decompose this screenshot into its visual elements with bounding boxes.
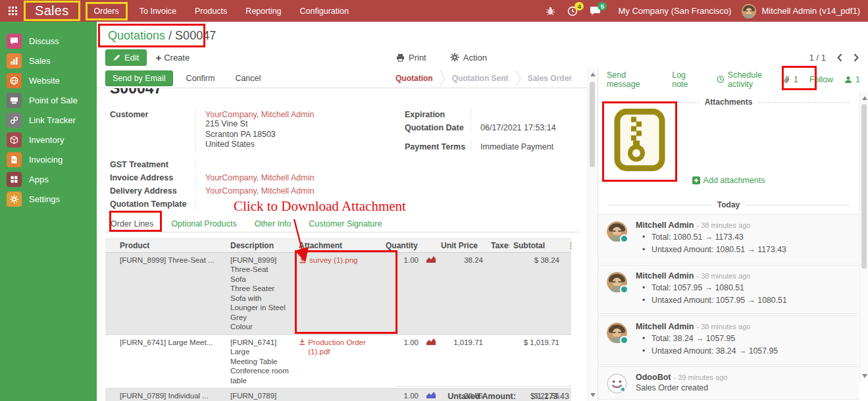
zip-file-icon — [614, 108, 665, 172]
sidebar-item-link-tracker[interactable]: Link Tracker — [0, 110, 97, 130]
messages-bubble-icon[interactable]: 5 — [590, 6, 601, 16]
create-button[interactable]: + Create — [155, 52, 190, 63]
forecast-chart-icon[interactable] — [426, 338, 436, 347]
debug-bug-icon[interactable] — [546, 6, 555, 16]
sidebar-item-inventory[interactable]: Inventory — [0, 130, 97, 149]
cell-quantity: 1.00 — [382, 334, 422, 388]
totals-section: Untaxed Amount: $ 1,173.43 — [396, 386, 571, 401]
print-button[interactable]: Print — [396, 53, 426, 63]
statusbar: Send by Email Confirm Cancel Quotation Q… — [97, 68, 588, 88]
step-separator-icon — [515, 70, 521, 87]
tab-customer-signature[interactable]: Customer Signature — [309, 219, 382, 228]
edit-button[interactable]: Edit — [105, 49, 147, 66]
attachment-count: 1 — [794, 75, 798, 84]
activity-count-badge: 4 — [574, 2, 584, 11]
sidebar-item-point-of-sale[interactable]: Point of Sale — [0, 90, 97, 110]
scrollbar-thumb[interactable] — [861, 104, 867, 269]
message-author[interactable]: Mitchell Admin — [636, 322, 694, 331]
step-quotation-sent[interactable]: Quotation Sent — [446, 74, 515, 83]
customer-link[interactable]: YourCompany, Mitchell Admin — [205, 110, 314, 119]
message-time: - 38 minutes ago — [696, 272, 750, 280]
app-menu-sales[interactable]: Sales — [35, 3, 69, 18]
apps-sidebar: Discuss Sales Website Point of Sale Link… — [0, 22, 97, 401]
log-note-button[interactable]: Log note — [672, 70, 701, 89]
message-author[interactable]: Mitchell Admin — [636, 271, 694, 281]
pager-next-icon[interactable] — [854, 53, 859, 62]
gst-treatment-label: GST Treatment — [110, 159, 195, 171]
toggle-columns-icon[interactable]: ⋮ — [563, 239, 571, 253]
send-message-button[interactable]: Send message — [607, 70, 656, 89]
user-avatar[interactable] — [742, 4, 756, 18]
step-quotation[interactable]: Quotation — [389, 74, 440, 83]
sidebar-item-settings[interactable]: Settings — [0, 189, 97, 209]
sidebar-item-website[interactable]: Website — [0, 70, 97, 90]
sidebar-item-invoicing[interactable]: Invoicing — [0, 149, 97, 169]
menu-orders[interactable]: Orders — [86, 2, 128, 20]
confirm-button[interactable]: Confirm — [179, 70, 222, 86]
pencil-icon — [113, 54, 120, 61]
company-switcher[interactable]: My Company (San Francisco) — [618, 6, 731, 16]
followers-button[interactable]: 1 — [844, 75, 860, 84]
attachment-download-link[interactable]: survey (1).png — [299, 255, 358, 265]
menu-reporting[interactable]: Reporting — [236, 3, 290, 19]
cell-unit-price: 1,019.71 — [437, 334, 487, 388]
delivery-address-label: Delivery Address — [110, 185, 195, 197]
message-avatar — [607, 221, 627, 242]
action-button[interactable]: Action — [450, 53, 487, 63]
delivery-address-link[interactable]: YourCompany, Mitchell Admin — [205, 186, 314, 196]
sidebar-item-sales[interactable]: Sales — [0, 51, 97, 70]
scrollbar-thumb[interactable] — [590, 82, 595, 167]
sidebar-item-apps[interactable]: Apps — [0, 169, 97, 189]
message-author[interactable]: Mitchell Admin — [636, 221, 694, 230]
cell-subtotal: $ 1,019.71 — [509, 334, 563, 388]
plus-icon: + — [155, 52, 161, 63]
attachments-toggle-button[interactable]: 1 — [783, 75, 798, 84]
inventory-box-icon — [7, 132, 22, 147]
tab-other-info[interactable]: Other Info — [255, 219, 292, 228]
step-sales-order[interactable]: Sales Order — [521, 74, 578, 83]
tab-optional-products[interactable]: Optional Products — [171, 219, 236, 228]
message: Mitchell Admin- 38 minutes ago Total: 38… — [598, 315, 859, 365]
menu-to-invoice[interactable]: To Invoice — [130, 3, 186, 19]
download-icon — [299, 338, 305, 346]
order-lines-table: Product Description Attachment Quantity … — [105, 238, 571, 401]
pager-previous-icon[interactable] — [837, 53, 842, 62]
cancel-button[interactable]: Cancel — [228, 70, 268, 86]
attachment-download-link[interactable]: Production Order (1).pdf — [299, 338, 378, 357]
table-row[interactable]: [FURN_6741] Large Meet... [FURN_6741] La… — [105, 334, 571, 388]
chatter-scrollbar[interactable] — [859, 92, 868, 382]
send-by-email-button[interactable]: Send by Email — [105, 70, 173, 86]
table-row[interactable]: [FURN_8999] Three-Seat ... [FURN_8999] T… — [105, 253, 571, 335]
schedule-activity-button[interactable]: Schedule activity — [717, 70, 783, 89]
chatter-toolbar: Send message Log note Schedule activity … — [598, 68, 868, 90]
follow-button[interactable]: Follow — [809, 75, 833, 84]
apps-squares-icon — [7, 172, 22, 187]
menu-products[interactable]: Products — [186, 3, 236, 19]
expiration-label: Expiration — [405, 109, 471, 120]
zip-attachment-thumbnail[interactable] — [614, 108, 665, 172]
col-description: Description — [226, 239, 295, 253]
cell-description: [FURN_0789] Individual Workplace — [226, 388, 295, 401]
cell-taxes — [487, 334, 509, 388]
breadcrumb-quotations-link[interactable]: Quotations — [108, 29, 165, 42]
customer-address: 215 Vine St Scranton PA 18503 United Sta… — [205, 119, 398, 150]
message-time: - 38 minutes ago — [696, 323, 750, 331]
main-scrollbar[interactable] — [588, 68, 596, 401]
user-menu[interactable]: Mitchell Admin (v14_pdf1) — [761, 6, 860, 16]
message-author[interactable]: OdooBot — [636, 373, 671, 382]
sidebar-item-discuss[interactable]: Discuss — [0, 31, 97, 51]
customer-label: Customer — [110, 109, 195, 151]
scroll-down-icon[interactable] — [590, 393, 596, 397]
apps-grid-icon[interactable] — [9, 7, 18, 16]
forecast-chart-icon[interactable] — [426, 255, 436, 265]
add-attachments-button[interactable]: Add attachments — [598, 176, 859, 185]
cell-product: [FURN_8999] Three-Seat ... — [116, 253, 226, 335]
scroll-down-icon[interactable] — [862, 374, 867, 378]
menu-configuration[interactable]: Configuration — [291, 3, 358, 19]
scroll-up-icon[interactable] — [590, 72, 596, 76]
tab-order-lines[interactable]: Order Lines — [111, 219, 153, 228]
activities-clock-icon[interactable]: 4 — [567, 6, 578, 16]
invoice-address-link[interactable]: YourCompany, Mitchell Admin — [205, 173, 314, 182]
scroll-up-icon[interactable] — [862, 96, 867, 100]
cell-description: [FURN_8999] Three-Seat Sofa Three Seater… — [226, 253, 295, 335]
